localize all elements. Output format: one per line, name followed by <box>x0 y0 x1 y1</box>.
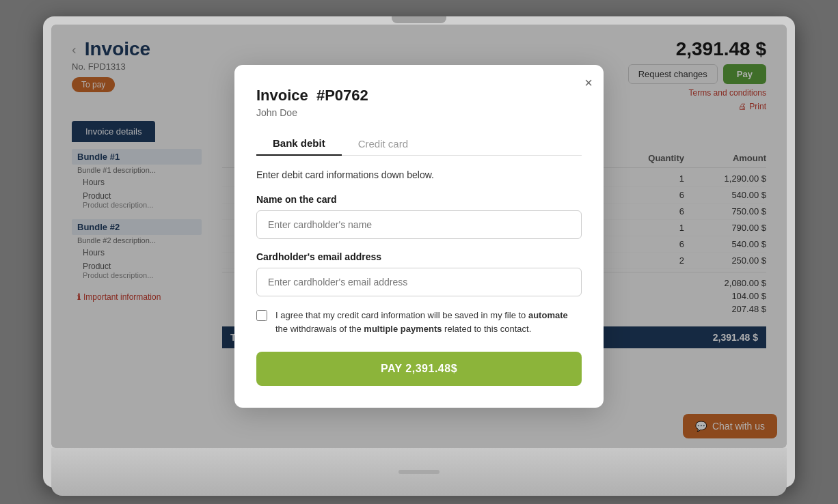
payment-modal: × Invoice #P0762 John Doe Bank debit Cre… <box>234 65 604 408</box>
cardholder-name-input[interactable] <box>256 210 582 239</box>
agree-text: I agree that my credit card information … <box>275 309 582 335</box>
modal-description: Enter debit card informations down below… <box>256 169 582 180</box>
bank-debit-tab[interactable]: Bank debit <box>256 132 342 156</box>
name-label: Name on the card <box>256 194 582 205</box>
modal-title: Invoice #P0762 <box>256 87 582 104</box>
credit-card-tab[interactable]: Credit card <box>342 132 424 155</box>
invoice-page: ‹ Invoice No. FPD1313 To pay 2,391.48 $ … <box>51 25 787 448</box>
modal-subtitle: John Doe <box>256 107 582 118</box>
laptop-notch <box>392 16 446 23</box>
agree-checkbox[interactable] <box>256 310 267 321</box>
cardholder-email-input[interactable] <box>256 268 582 296</box>
laptop-base <box>51 448 787 496</box>
modal-close-button[interactable]: × <box>584 76 593 89</box>
trackpad <box>398 470 440 474</box>
modal-tabs: Bank debit Credit card <box>256 132 582 156</box>
agree-section: I agree that my credit card information … <box>256 309 582 335</box>
email-label: Cardholder's email address <box>256 251 582 262</box>
pay-modal-button[interactable]: PAY 2,391.48$ <box>256 352 582 386</box>
modal-overlay: × Invoice #P0762 John Doe Bank debit Cre… <box>51 25 787 448</box>
